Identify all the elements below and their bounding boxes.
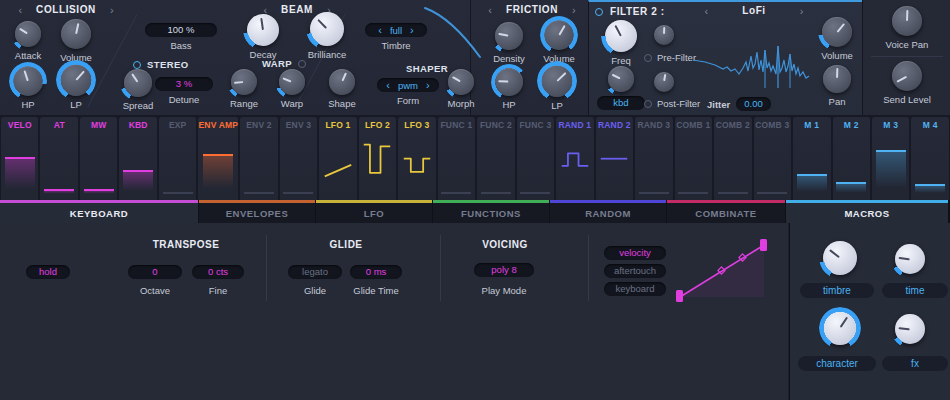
macro-character-label[interactable]: character	[798, 356, 876, 371]
mod-source-exp[interactable]: EXP	[159, 117, 196, 200]
mod-source-level-display[interactable]	[323, 134, 353, 194]
mod-source-level-display[interactable]	[797, 134, 827, 194]
mod-source-at[interactable]: AT	[40, 117, 77, 200]
glide-value[interactable]: legato	[288, 265, 342, 279]
mod-source-env-3[interactable]: ENV 3	[280, 117, 317, 200]
play-mode-value[interactable]: poly 8	[474, 263, 534, 277]
filter2-mode-prev-icon[interactable]: ‹	[705, 6, 709, 16]
mod-source-m-1[interactable]: M 1	[793, 117, 830, 200]
mod-source-velo[interactable]: VELO	[1, 117, 38, 200]
filter2-mode-value[interactable]: LoFi	[742, 5, 766, 16]
mod-source-level-display[interactable]	[481, 134, 511, 194]
mod-source-comb-2[interactable]: COMB 2	[714, 117, 751, 200]
mod-source-rand-3[interactable]: RAND 3	[635, 117, 672, 200]
form-selector[interactable]: ‹ pwm ›	[377, 78, 439, 92]
mod-source-func-3[interactable]: FUNC 3	[517, 117, 554, 200]
mod-source-level-display[interactable]	[876, 134, 906, 194]
timbre-selector[interactable]: ‹ full ›	[365, 23, 427, 37]
mod-source-func-1[interactable]: FUNC 1	[438, 117, 475, 200]
timbre-next-icon[interactable]: ›	[410, 25, 414, 35]
mod-source-env-2[interactable]: ENV 2	[240, 117, 277, 200]
tab-functions[interactable]: FUNCTIONS	[433, 200, 549, 223]
macro-timbre-knob[interactable]	[823, 241, 857, 275]
mod-source-level-display[interactable]	[678, 134, 708, 194]
mod-source-m-4[interactable]: M 4	[911, 117, 948, 200]
macro-time-knob[interactable]	[895, 244, 925, 274]
macro-time-label[interactable]: time	[882, 283, 948, 298]
mod-source-comb-1[interactable]: COMB 1	[675, 117, 712, 200]
glide-time-value[interactable]: 0 ms	[350, 265, 402, 279]
filter2-toggle[interactable]	[595, 8, 603, 16]
brilliance-knob[interactable]	[310, 12, 344, 46]
mod-source-rand-1[interactable]: RAND 1	[556, 117, 593, 200]
friction-lp-knob[interactable]	[541, 65, 573, 97]
detune-value[interactable]: 3 %	[155, 77, 213, 91]
tab-macros[interactable]: MACROS	[786, 200, 948, 223]
jitter-value[interactable]: 0.00	[736, 97, 771, 111]
decay-knob[interactable]	[247, 14, 279, 46]
friction-volume-knob[interactable]	[544, 20, 574, 50]
post-filter-toggle[interactable]	[644, 100, 652, 108]
mod-source-lfo-2[interactable]: LFO 2	[359, 117, 396, 200]
curve-velocity-button[interactable]: velocity	[604, 246, 666, 260]
collision-volume-knob[interactable]	[61, 19, 91, 49]
timbre-prev-icon[interactable]: ‹	[378, 25, 382, 35]
macro-character-knob[interactable]	[823, 311, 857, 345]
collision-prev-icon[interactable]: ‹	[18, 5, 22, 15]
pre-filter-toggle[interactable]	[644, 54, 652, 62]
mod-source-level-display[interactable]	[520, 134, 550, 194]
octave-value[interactable]: 0	[128, 265, 182, 279]
mod-source-env-amp[interactable]: ENV AMP	[198, 117, 238, 200]
mod-source-level-display[interactable]	[757, 134, 787, 194]
density-knob[interactable]	[495, 22, 523, 50]
collision-hp-knob[interactable]	[13, 66, 43, 96]
voice-pan-knob[interactable]	[892, 6, 922, 36]
mod-source-level-display[interactable]	[203, 134, 233, 194]
mod-source-kbd[interactable]: KBD	[119, 117, 156, 200]
post-filter-knob[interactable]	[654, 72, 674, 92]
tab-combinate[interactable]: COMBINATE	[667, 200, 785, 223]
mod-source-func-2[interactable]: FUNC 2	[477, 117, 514, 200]
mod-source-level-display[interactable]	[915, 134, 945, 194]
hold-button[interactable]: hold	[26, 265, 70, 279]
mod-source-lfo-3[interactable]: LFO 3	[398, 117, 435, 200]
range-knob[interactable]	[231, 69, 257, 95]
attack-knob[interactable]	[15, 21, 41, 47]
velocity-curve-display[interactable]	[672, 235, 772, 307]
filter2-freq-knob[interactable]	[605, 20, 637, 52]
mod-source-level-display[interactable]	[639, 134, 669, 194]
collision-lp-knob[interactable]	[60, 64, 92, 96]
warp-knob[interactable]	[279, 69, 305, 95]
filter2-volume-knob[interactable]	[822, 17, 852, 47]
friction-prev-icon[interactable]: ‹	[488, 5, 492, 15]
tab-keyboard[interactable]: KEYBOARD	[0, 200, 198, 223]
mod-source-level-display[interactable]	[5, 134, 35, 194]
form-prev-icon[interactable]: ‹	[386, 80, 390, 90]
mod-source-comb-3[interactable]: COMB 3	[754, 117, 791, 200]
mod-source-level-display[interactable]	[123, 134, 153, 194]
form-next-icon[interactable]: ›	[426, 80, 430, 90]
mod-source-level-display[interactable]	[402, 134, 432, 194]
mod-source-lfo-1[interactable]: LFO 1	[319, 117, 356, 200]
mod-source-level-display[interactable]	[362, 134, 392, 194]
mod-source-mw[interactable]: MW	[80, 117, 117, 200]
mod-source-level-display[interactable]	[836, 134, 866, 194]
tab-lfo[interactable]: LFO	[316, 200, 432, 223]
filter2-kbd-knob[interactable]	[608, 66, 634, 92]
filter2-pan-knob[interactable]	[823, 65, 851, 93]
mod-source-level-display[interactable]	[283, 134, 313, 194]
mod-source-level-display[interactable]	[84, 134, 114, 194]
filter2-mode-next-icon[interactable]: ›	[800, 6, 804, 16]
mod-source-level-display[interactable]	[441, 134, 471, 194]
send-level-knob[interactable]	[892, 61, 922, 91]
bass-value[interactable]: 100 %	[145, 23, 217, 37]
collision-next-icon[interactable]: ›	[110, 5, 114, 15]
macro-fx-knob[interactable]	[895, 314, 925, 344]
tab-random[interactable]: RANDOM	[550, 200, 666, 223]
mod-source-level-display[interactable]	[718, 134, 748, 194]
friction-hp-knob[interactable]	[495, 68, 523, 96]
mod-source-level-display[interactable]	[163, 134, 193, 194]
macro-fx-label[interactable]: fx	[882, 356, 948, 371]
fine-value[interactable]: 0 cts	[192, 265, 244, 279]
mod-source-rand-2[interactable]: RAND 2	[596, 117, 633, 200]
